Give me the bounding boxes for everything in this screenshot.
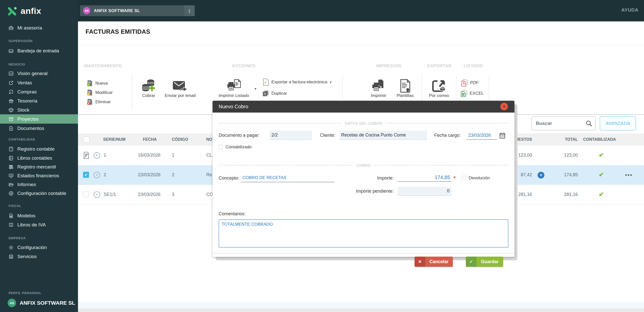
cell-codigo: 3 <box>172 192 174 197</box>
sidebar-item-libros-contables[interactable]: Libros contables <box>0 153 78 163</box>
sidebar-item-libros-de-iva[interactable]: Libros de IVA <box>0 220 78 229</box>
por-correo-button[interactable]: Por correo <box>425 74 453 98</box>
contabilizada-check-icon: ✔ <box>599 171 604 178</box>
sidebar-section-fiscal: FISCAL <box>9 204 21 208</box>
modal-header[interactable]: Nuevo Cobro <box>213 101 514 113</box>
cliente-label: Cliente: <box>320 133 335 138</box>
sidebar-item-ventas[interactable]: Ventas <box>0 78 78 87</box>
contabilizada-check-icon: ✔ <box>599 191 604 198</box>
search-box[interactable] <box>531 116 596 130</box>
expand-row-icon[interactable]: + <box>94 172 100 178</box>
duplicar-button[interactable]: Duplicar <box>262 90 287 97</box>
imprimir-listado-caret-icon[interactable]: ▾ <box>255 87 256 91</box>
sidebar-item-tesoreria[interactable]: Tesorería <box>0 96 78 106</box>
devolucion-checkbox[interactable] <box>462 176 466 180</box>
advanced-search-button[interactable]: AVANZADA <box>600 116 636 130</box>
row-checkbox-checked[interactable]: ✔ <box>83 172 89 178</box>
search-input[interactable] <box>535 120 586 126</box>
sidebar-section-negocio: NEGOCIO <box>9 62 25 66</box>
delete-document-icon <box>87 99 93 105</box>
sidebar-item-registro-contable[interactable]: Registro contable <box>0 144 78 154</box>
col-nombre[interactable]: NO <box>206 137 212 142</box>
sidebar-item-estados-financieros[interactable]: Estados financieros <box>0 171 78 180</box>
box-icon <box>9 108 14 113</box>
enviar-por-email-button[interactable]: Enviar por email <box>161 74 199 98</box>
cliente-input[interactable]: Recetas de Cocina Punto Come <box>339 131 427 140</box>
sidebar-item-modelos[interactable]: Modelos <box>0 211 78 220</box>
select-all-checkbox[interactable] <box>84 136 90 143</box>
importe-pendiente-label: Importe pendiente: <box>328 189 394 194</box>
save-button[interactable]: ✓ Guardar <box>466 257 503 267</box>
cell-fecha: 16/03/2026 <box>138 153 160 158</box>
ribbon-divider <box>132 75 132 110</box>
sidebar-item-bandeja-de-entrada[interactable]: Bandeja de entrada <box>0 46 78 55</box>
ribbon-group-impresion: IMPRESIÓN <box>376 63 401 68</box>
profile-avatar: AS <box>8 299 16 307</box>
required-marker: * <box>454 175 456 182</box>
row-checkbox[interactable] <box>83 191 89 197</box>
importe-pendiente-input[interactable]: 0 <box>397 187 452 196</box>
cell-serie: 2 <box>104 172 106 178</box>
sidebar-item-configuracion-contable[interactable]: Configuración contable <box>0 189 78 198</box>
nueva-button[interactable]: Nueva <box>87 80 108 87</box>
cell-fecha: 23/03/2026 <box>138 172 160 178</box>
imprimir-listado-button[interactable]: Imprimir Listado <box>214 74 253 98</box>
payment-plus-badge[interactable]: + <box>538 172 544 179</box>
documento-a-pagar-input[interactable]: 2/2 <box>269 131 312 140</box>
sidebar-item-configuracion[interactable]: Configuración <box>0 243 78 252</box>
eliminar-button[interactable]: Eliminar <box>87 99 111 105</box>
sidebar-section-supervision: SUPERVISIÓN <box>9 39 32 43</box>
edit-document-icon <box>87 89 93 96</box>
col-codigo[interactable]: CÓDIGO <box>172 137 188 142</box>
col-fecha[interactable]: FECHA <box>143 137 157 142</box>
sidebar-item-mi-asesoria[interactable]: Mi asesoría <box>0 23 78 32</box>
row-menu-icon[interactable]: ••• <box>625 172 633 178</box>
cobrar-button[interactable]: Cobrar <box>138 74 159 98</box>
importe-input[interactable]: 174,85 <box>397 173 452 182</box>
sidebar-item-vision-general[interactable]: Visión general <box>0 69 78 78</box>
sidebar-item-registro-mercantil[interactable]: Registro mercantil <box>0 162 78 171</box>
company-selector-arrows-icon[interactable]: ▲▼ <box>184 5 195 16</box>
fecha-cargo-input[interactable]: 23/03/2026 <box>467 131 497 140</box>
concepto-input[interactable]: COBRO DE RECETAS <box>241 174 335 182</box>
sidebar-item-servicios[interactable]: Servicios <box>0 252 78 261</box>
cell-nombre: Re <box>206 172 212 178</box>
col-serie-num[interactable]: SERIE/NUM <box>103 137 126 142</box>
plantillas-button[interactable]: Plantillas <box>392 74 418 98</box>
sidebar-item-documentos[interactable]: Documentos <box>0 124 78 133</box>
excel-button[interactable]: EXCEL <box>461 90 484 97</box>
expand-row-icon[interactable]: + <box>94 152 100 159</box>
app-window: AS ANFIX SOFTWARE SL ▲▼ AYUDA anfix Mi a… <box>0 0 644 312</box>
company-avatar: AS <box>83 7 90 14</box>
profile-row[interactable]: AS ANFIX SOFTWARE SL <box>8 299 75 307</box>
pdf-button[interactable]: PDF <box>461 79 479 86</box>
gear-icon <box>9 245 14 250</box>
cell-total: 281,16 <box>548 192 578 197</box>
expand-row-icon[interactable]: + <box>94 191 100 198</box>
export-mail-icon <box>432 79 446 93</box>
exportar-factura-electronica-button[interactable]: e Exportar a factura electrónica ▾ <box>263 79 332 86</box>
comentarios-textarea[interactable]: TOTALMENTE COBRADO <box>219 219 508 248</box>
imprimir-button[interactable]: Imprimir <box>366 74 391 98</box>
ledger-book-icon <box>9 156 14 161</box>
col-total[interactable]: TOTAL <box>548 137 578 142</box>
template-icon <box>400 79 411 93</box>
documento-a-pagar-label: Documento a pagar: <box>219 133 260 138</box>
exportar-caret-icon: ▾ <box>330 80 332 84</box>
cancel-button[interactable]: ✕ Cancelar <box>415 257 453 267</box>
close-icon[interactable]: ✕ <box>500 103 508 110</box>
sidebar-item-stock[interactable]: Stock <box>0 105 78 115</box>
sidebar-item-compras[interactable]: Compras <box>0 87 78 96</box>
col-contabilizada[interactable]: CONTABILIZADA <box>583 137 616 142</box>
sidebar-item-informes[interactable]: Informes <box>0 180 78 189</box>
help-link[interactable]: AYUDA <box>621 7 638 13</box>
sidebar-item-proyectos[interactable]: Proyectos <box>0 114 78 124</box>
contabilizado-checkbox[interactable] <box>219 145 223 149</box>
calendar-icon[interactable] <box>499 132 505 139</box>
folder-icon <box>9 182 14 187</box>
company-selector[interactable]: AS ANFIX SOFTWARE SL ▲▼ <box>80 5 195 16</box>
concepto-label: Concepto: <box>219 176 239 181</box>
modificar-button[interactable]: Modificar <box>87 89 113 96</box>
modal-footer-divider <box>213 253 514 254</box>
search-icon[interactable] <box>586 120 592 127</box>
